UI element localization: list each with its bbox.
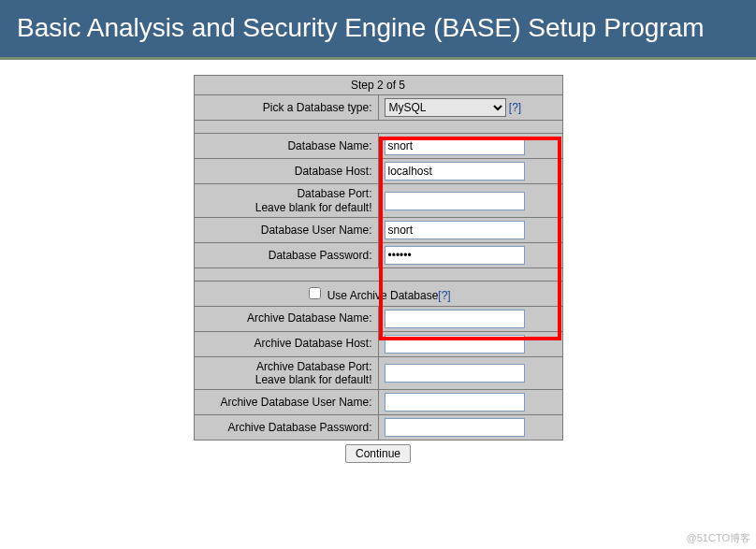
watermark: @51CTO博客 <box>687 531 750 545</box>
db-pass-input[interactable] <box>385 246 525 265</box>
archive-help-link[interactable]: [?] <box>438 289 450 302</box>
arc-port-label-line2: Leave blank for default! <box>255 373 372 386</box>
arc-host-input[interactable] <box>385 335 525 354</box>
page-title: Basic Analysis and Security Engine (BASE… <box>17 13 705 42</box>
db-user-input[interactable] <box>385 221 525 239</box>
setup-table: Step 2 of 5 Pick a Database type: MySQL … <box>194 75 563 441</box>
db-port-input[interactable] <box>385 192 525 210</box>
db-port-label-line1: Database Port: <box>297 187 371 200</box>
arc-pass-label: Archive Database Password: <box>194 415 378 441</box>
db-name-input[interactable] <box>385 137 525 155</box>
arc-name-input[interactable] <box>385 310 525 328</box>
arc-user-label: Archive Database User Name: <box>194 390 378 415</box>
db-type-label: Pick a Database type: <box>194 95 378 121</box>
spacer <box>194 121 562 134</box>
continue-row: Continue <box>194 444 563 463</box>
db-type-help-link[interactable]: [?] <box>509 101 521 114</box>
arc-pass-input[interactable] <box>385 418 525 437</box>
db-name-label: Database Name: <box>194 134 378 159</box>
setup-form: Step 2 of 5 Pick a Database type: MySQL … <box>194 75 563 463</box>
arc-host-label: Archive Database Host: <box>194 331 378 356</box>
step-title: Step 2 of 5 <box>194 76 562 95</box>
db-host-input[interactable] <box>385 162 525 181</box>
db-type-cell: MySQL [?] <box>378 95 562 121</box>
archive-checkbox-label: Use Archive Database <box>327 289 439 302</box>
arc-port-label-line1: Archive Database Port: <box>256 360 371 373</box>
archive-checkbox[interactable] <box>309 287 321 299</box>
arc-port-label: Archive Database Port: Leave blank for d… <box>194 356 378 390</box>
archive-toggle-row: Use Archive Database[?] <box>194 282 562 306</box>
arc-user-input[interactable] <box>385 393 525 412</box>
db-pass-label: Database Password: <box>194 243 378 268</box>
db-user-label: Database User Name: <box>194 218 378 243</box>
db-port-label-line2: Leave blank for default! <box>255 201 372 214</box>
arc-name-label: Archive Database Name: <box>194 306 378 331</box>
spacer <box>194 268 562 282</box>
arc-port-input[interactable] <box>385 364 525 383</box>
db-port-label: Database Port: Leave blank for default! <box>194 184 378 218</box>
db-type-select[interactable]: MySQL <box>385 98 506 117</box>
continue-button[interactable]: Continue <box>345 444 411 463</box>
db-host-label: Database Host: <box>194 159 378 184</box>
page-header: Basic Analysis and Security Engine (BASE… <box>0 0 756 60</box>
